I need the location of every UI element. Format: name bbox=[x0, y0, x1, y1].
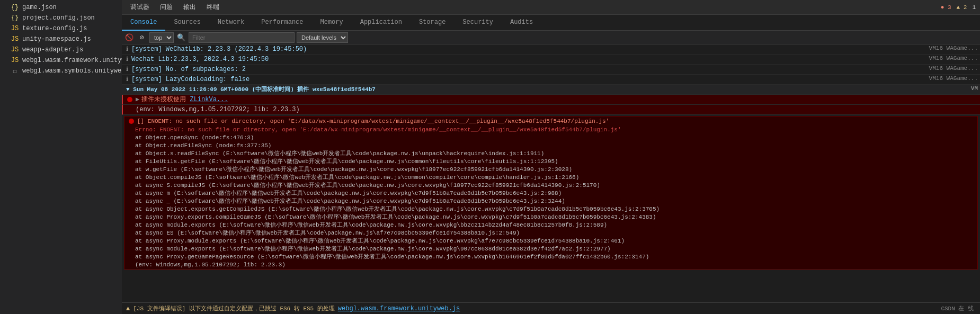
stack-line: at async Object.exports.getCompiledJS (E… bbox=[124, 205, 977, 213]
console-date-header: ▼ Sun May 08 2022 11:26:09 GMT+0800 (中国标… bbox=[122, 85, 980, 95]
preserve-log-button[interactable]: ⊘ bbox=[137, 32, 147, 43]
tab-audits[interactable]: Audits bbox=[502, 15, 541, 31]
console-line: ℹ Wechat Lib:2.23.3, 2022.4.3 19:45:50 V… bbox=[122, 55, 980, 65]
sidebar-item-label: weapp-adapter.js bbox=[22, 46, 83, 53]
tabs-bar: Console Sources Network Performance Memo… bbox=[122, 15, 980, 31]
stack-line: Errno: ENOENT: no such file or directory… bbox=[124, 126, 977, 134]
main-panel: 调试器 问题 输出 终端 ● 3 ▲ 2 1 Console Sources N… bbox=[122, 0, 980, 314]
js-icon: JS bbox=[11, 56, 19, 65]
sidebar-item-label: webgl.wasm.symbols.unityweb bbox=[22, 67, 125, 75]
error-badge: ● 3 bbox=[941, 4, 951, 11]
plugin-link[interactable]: ZLinkVa... bbox=[190, 96, 228, 103]
stack-line: at Object.openSync (node:fs:476:3) bbox=[124, 134, 977, 142]
enoent-error-line: [] ENOENT: no such file or directory, op… bbox=[124, 116, 977, 126]
stack-line: at FileUtils.getFile (E:\software\微信小程序\… bbox=[124, 158, 977, 166]
devtools-toolbar: 调试器 问题 输出 终端 ● 3 ▲ 2 1 bbox=[122, 0, 980, 15]
sidebar-item-unity-namespace[interactable]: JS unity-namespace.js bbox=[0, 34, 122, 44]
error-block: [] ENOENT: no such file or directory, op… bbox=[124, 116, 978, 270]
stack-line: at Object.readFileSync (node:fs:377:35) bbox=[124, 142, 977, 150]
console-line: ℹ [system] LazyCodeLoading: false VM16 W… bbox=[122, 75, 980, 85]
js-icon: JS bbox=[11, 35, 19, 43]
tab-performance[interactable]: Performance bbox=[253, 15, 311, 31]
levels-select[interactable]: Default levels bbox=[297, 32, 348, 43]
bottom-status-bar: ▲ [JS 文件编译错误] 以下文件通过自定义配置，已跳过 ES6 转 ES5 … bbox=[122, 302, 980, 314]
toolbar-debugger[interactable]: 调试器 bbox=[126, 3, 154, 12]
toolbar-output[interactable]: 输出 bbox=[179, 3, 200, 12]
stack-line: at Object.s.readFileSync (E:\software\微信… bbox=[124, 150, 977, 158]
tab-storage[interactable]: Storage bbox=[411, 15, 454, 31]
stack-env: (env: Windows,mg,1.05.2107292; lib: 2.23… bbox=[124, 261, 977, 269]
tab-security[interactable]: Security bbox=[454, 15, 502, 31]
json-icon: {} bbox=[11, 3, 19, 12]
stack-line: at Object.compileJS (E:\software\微信小程序\微… bbox=[124, 174, 977, 182]
console-line: ℹ [system] No. of subpackages: 2 VM16 WA… bbox=[122, 65, 980, 75]
console-output[interactable]: ℹ [system] WeChatLib: 2.23.3 (2022.4.3 1… bbox=[122, 44, 980, 302]
warning-triangle-icon: ▲ bbox=[126, 305, 130, 312]
stack-line: at w.getFile (E:\software\微信小程序\微信web开发者… bbox=[124, 166, 977, 174]
console-error-env: (env: Windows,mg,1.05.2107292; lib: 2.23… bbox=[122, 105, 980, 115]
warning-badge: ▲ 2 bbox=[957, 4, 967, 11]
filter-input[interactable] bbox=[189, 32, 295, 43]
top-context-select[interactable]: top bbox=[149, 32, 174, 43]
stack-line: at async module.exports (E:\software\微信小… bbox=[124, 221, 977, 229]
tab-application[interactable]: Application bbox=[352, 15, 411, 31]
stack-line: at async Proxy.exports.compileGameJS (E:… bbox=[124, 213, 977, 221]
sidebar-item-texture-config[interactable]: JS texture-config.js bbox=[0, 23, 122, 34]
csdn-label: CSDN 在 线 bbox=[941, 304, 974, 312]
error-dot-icon bbox=[127, 97, 132, 102]
sidebar-item-game-json[interactable]: {} game.json bbox=[0, 2, 122, 13]
bottom-warning-text: [JS 文件编译错误] 以下文件通过自定义配置，已跳过 ES6 转 ES5 的处… bbox=[133, 304, 335, 312]
bottom-warning-link[interactable]: webgl.wasm.framework.unityweb.js bbox=[338, 305, 460, 312]
console-controls: 🚫 ⊘ top 🔍 Default levels bbox=[122, 31, 980, 44]
console-line: ℹ [system] WeChatLib: 2.23.3 (2022.4.3 1… bbox=[122, 44, 980, 55]
sidebar-item-webgl-symbols[interactable]: ◻ webgl.wasm.symbols.unityweb bbox=[0, 66, 122, 76]
error-dot-icon bbox=[129, 119, 134, 124]
js-icon: JS bbox=[11, 24, 19, 33]
file-icon: ◻ bbox=[11, 67, 19, 75]
sidebar-item-weapp-adapter[interactable]: JS weapp-adapter.js bbox=[0, 44, 122, 55]
stack-line: at async module.exports (E:\software\微信小… bbox=[124, 245, 977, 253]
sidebar-item-label: unity-namespace.js bbox=[22, 35, 91, 43]
info-badge: 1 bbox=[972, 4, 976, 11]
tab-network[interactable]: Network bbox=[209, 15, 253, 31]
console-error-header: ▶ 插件未授权使用 ZLinkVa... bbox=[122, 95, 980, 105]
sidebar-item-webgl-framework[interactable]: JS webgl.wasm.framework.unityweb.js bbox=[0, 55, 122, 66]
stack-line: at async S.compileJS (E:\software\微信小程序\… bbox=[124, 182, 977, 190]
stack-line: at async m (E:\software\微信小程序\微信web开发者工具… bbox=[124, 190, 977, 198]
sidebar-item-project-config[interactable]: {} project.config.json bbox=[0, 13, 122, 23]
stack-line: at async _ (E:\software\微信小程序\微信web开发者工具… bbox=[124, 198, 977, 205]
stack-line: at async Proxy.getGamePageResource (E:\s… bbox=[124, 253, 977, 261]
sidebar-item-label: texture-config.js bbox=[22, 25, 87, 32]
toolbar-terminal[interactable]: 终端 bbox=[202, 3, 224, 12]
toolbar-issues[interactable]: 问题 bbox=[156, 3, 177, 12]
sidebar-item-label: game.json bbox=[22, 4, 57, 11]
tab-console[interactable]: Console bbox=[122, 15, 165, 31]
sidebar-item-label: project.config.json bbox=[22, 14, 95, 22]
sidebar: {} game.json {} project.config.json JS t… bbox=[0, 0, 122, 314]
console-output-area: ℹ [system] WeChatLib: 2.23.3 (2022.4.3 1… bbox=[122, 44, 980, 314]
clear-console-button[interactable]: 🚫 bbox=[124, 32, 135, 43]
stack-line: at async Proxy.module.exports (E:\softwa… bbox=[124, 237, 977, 245]
tab-sources[interactable]: Sources bbox=[165, 15, 209, 31]
stack-line: at async ES (E:\software\微信小程序\微信web开发者工… bbox=[124, 229, 977, 237]
json-icon: {} bbox=[11, 14, 19, 22]
tab-memory[interactable]: Memory bbox=[311, 15, 351, 31]
filter-icon[interactable]: 🔍 bbox=[176, 32, 186, 43]
js-icon: JS bbox=[11, 46, 19, 54]
